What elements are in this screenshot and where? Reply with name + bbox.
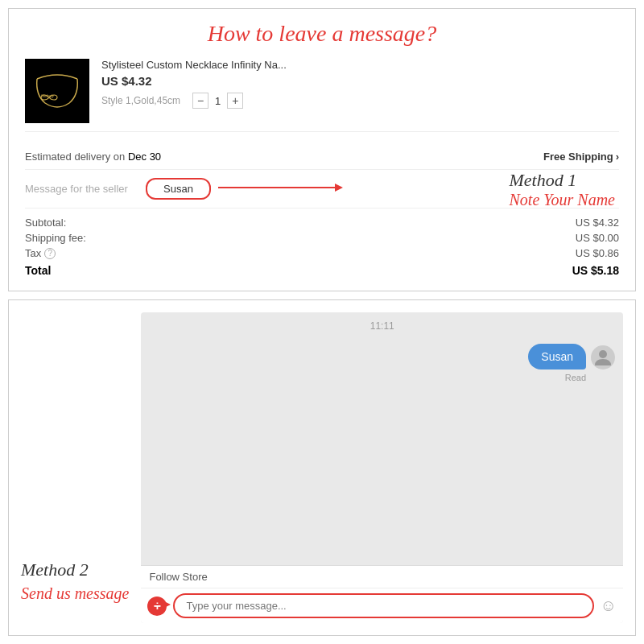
chat-footer: Follow Store + ☺: [141, 565, 623, 623]
top-section: How to leave a message? Melody Stylistee…: [8, 8, 636, 291]
main-container: How to leave a message? Melody Stylistee…: [0, 0, 644, 644]
tax-info-icon[interactable]: ?: [44, 248, 56, 259]
delivery-label: Estimated delivery on Dec 30: [25, 151, 161, 163]
svg-marker-2: [335, 184, 343, 192]
chat-panel: 11:11 Susan Read Follow Store: [141, 312, 623, 623]
qty-plus-button[interactable]: +: [227, 93, 243, 109]
method1-sublabel: Note Your Name: [509, 191, 615, 209]
bottom-section: Method 2 Send us message 11:11 Susan: [8, 299, 636, 636]
totals-section: Subtotal: US $4.32 Shipping fee: US $0.0…: [25, 208, 619, 279]
shipping-value: US $0.00: [576, 232, 619, 244]
qty-minus-button[interactable]: −: [192, 93, 208, 109]
tax-row: Tax ? US $0.86: [25, 246, 619, 261]
chevron-right-icon: ›: [616, 151, 619, 163]
message-input[interactable]: Susan: [146, 178, 211, 200]
quantity-control: − 1 +: [192, 93, 243, 109]
chat-time: 11:11: [141, 312, 623, 340]
total-row: Total US $5.18: [25, 261, 619, 279]
product-price: US $4.32: [101, 74, 619, 88]
chat-read-label: Read: [565, 373, 586, 382]
avatar-icon: [593, 348, 613, 367]
total-value: US $5.18: [572, 264, 619, 277]
product-info: Stylisteel Custom Necklace Infinity Na..…: [101, 59, 619, 109]
shipping-row: Shipping fee: US $0.00: [25, 230, 619, 246]
subtotal-row: Subtotal: US $4.32: [25, 215, 619, 230]
emoji-button[interactable]: ☺: [601, 597, 617, 615]
follow-store-row: Follow Store: [141, 566, 623, 588]
shipping-label: Shipping fee:: [25, 232, 86, 244]
chat-input-row: + ☺: [141, 588, 623, 623]
method1-title: Method 1: [509, 170, 615, 191]
page-title: How to leave a message?: [25, 21, 619, 47]
product-row: Melody Stylisteel Custom Necklace Infini…: [25, 59, 619, 132]
subtotal-value: US $4.32: [576, 217, 619, 229]
method1-overlay: Method 1 Note Your Name: [509, 170, 615, 209]
attach-button[interactable]: +: [147, 597, 167, 616]
product-image: Melody: [25, 59, 89, 123]
svg-text:Melody: Melody: [41, 93, 55, 98]
variant-text: Style 1,Gold,45cm: [101, 95, 180, 106]
total-label: Total: [25, 264, 51, 277]
chat-bubble-row: Susan: [528, 344, 615, 369]
method2-title: Method 2: [21, 559, 129, 580]
svg-point-3: [599, 350, 607, 358]
follow-store-label[interactable]: Follow Store: [149, 571, 207, 583]
method1-arrow: [218, 180, 347, 196]
product-name: Stylisteel Custom Necklace Infinity Na..…: [101, 59, 619, 71]
method2-label: Method 2 Send us message: [9, 300, 141, 635]
product-variant: Style 1,Gold,45cm − 1 +: [101, 93, 619, 109]
chat-message-input[interactable]: [173, 593, 593, 618]
product-image-svg: Melody: [29, 67, 85, 115]
tax-value: US $0.86: [576, 247, 619, 259]
subtotal-label: Subtotal:: [25, 217, 66, 229]
chat-avatar: [591, 345, 615, 369]
message-label: Message for the seller: [25, 183, 146, 195]
chat-messages: Susan Read: [141, 340, 623, 565]
delivery-date: Dec 30: [128, 151, 161, 163]
tax-label: Tax ?: [25, 247, 56, 259]
chat-bubble: Susan: [528, 344, 586, 369]
free-shipping[interactable]: Free Shipping ›: [543, 151, 619, 163]
method2-sublabel: Send us message: [21, 584, 129, 603]
qty-value: 1: [215, 95, 221, 107]
delivery-row: Estimated delivery on Dec 30 Free Shippi…: [25, 144, 619, 170]
